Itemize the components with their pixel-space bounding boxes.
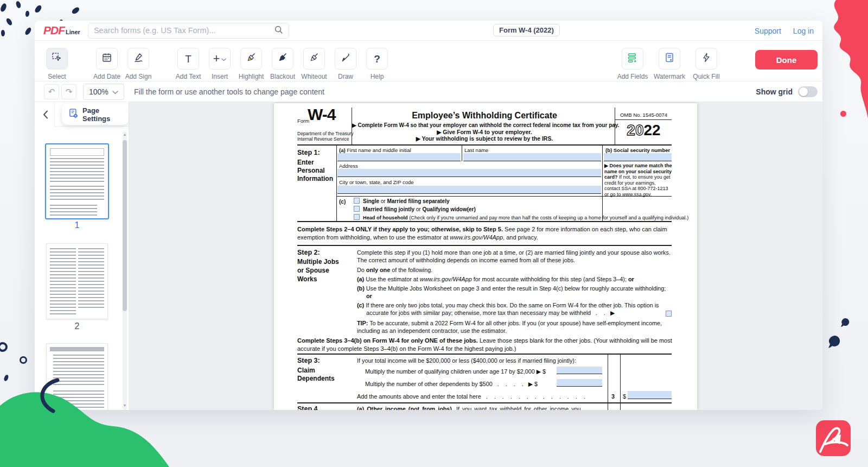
calendar-icon [101,52,112,65]
qualifying-children-field[interactable] [557,367,602,374]
highlight-label: Highlight [239,73,264,80]
year-bold: 22 [644,122,661,138]
filing-head-household-checkbox[interactable] [354,214,360,220]
add-fields-button[interactable] [622,48,643,70]
tool-insert[interactable]: + Insert [204,48,235,81]
tool-quick-fill[interactable]: Quick Fill [688,48,725,81]
deco-red-dot-right [840,111,846,117]
step2-line-1: Multiple Jobs [297,258,339,266]
tool-add-date[interactable]: Add Date [91,48,123,81]
select-button[interactable] [46,48,68,70]
ssn-field[interactable] [604,153,672,161]
tool-select[interactable]: Select [41,48,73,81]
draw-label: Draw [338,73,353,80]
watermark-document-icon [664,52,675,65]
other-dependents-field[interactable] [557,379,602,387]
highlight-button[interactable] [240,48,262,70]
step3-income-line: If your total income will be $200,000 or… [357,357,608,364]
step4-title: Step 4 [297,405,318,410]
text-icon: T [185,54,192,64]
undo-button[interactable]: ↶ [44,84,59,99]
last-name-field[interactable] [463,153,601,161]
whiteout-brush-icon [309,52,320,65]
add-date-button[interactable] [96,48,118,70]
tool-watermark[interactable]: Watermark [651,48,688,81]
two-jobs-checkbox[interactable] [666,311,672,317]
step3-line-1: Claim [297,367,315,374]
tool-highlight[interactable]: Highlight [235,48,267,81]
fields-list-icon [627,52,638,65]
step2-line-2: or Spouse [297,267,329,274]
insert-button[interactable]: + [209,48,231,70]
add-date-label: Add Date [93,73,120,80]
address-field[interactable] [337,169,601,177]
sidebar-scrollbar-thumb[interactable] [123,140,127,311]
step2-option-c: (c) If there are only two jobs total, yo… [357,301,671,317]
page-thumbnail-2[interactable] [46,243,108,319]
page-thumbnail-1[interactable] [45,143,109,219]
form-bullet-2: ▶ Give Form W-4 to your employer. [354,129,615,135]
search-input[interactable]: Search forms (e.g. US Tax Form)... [88,23,289,39]
tool-help[interactable]: ? Help [361,48,393,81]
first-name-label: (a) First name and middle initial [339,147,411,153]
login-link[interactable]: Log in [793,27,814,35]
toggle-knob [799,87,808,96]
tool-add-sign[interactable]: Add Sign [123,48,154,81]
pages-sidebar: Page Settings 1 2 ▲ [35,102,129,410]
whiteout-button[interactable] [303,48,325,70]
filing-single-checkbox[interactable] [354,198,360,204]
main-toolbar: Select Add Date Add Sign T Add Text [35,41,822,81]
form-year: 2022 [616,122,672,139]
add-sign-button[interactable] [127,48,149,70]
first-name-field[interactable] [337,153,461,161]
page-settings-label: Page Settings [82,106,122,123]
pdfliner-logo[interactable]: PDF Liner [43,24,80,37]
collapse-sidebar-button[interactable] [39,108,52,122]
signature-pen-icon [133,52,144,65]
tool-add-text[interactable]: T Add Text [173,48,204,81]
redo-button[interactable]: ↷ [61,84,76,99]
step3-children-line: Multiply the number of qualifying childr… [365,368,546,375]
step2-intro: Complete this step if you (1) hold more … [357,249,673,264]
step2-option-a: (a) Use the estimator at www.irs.gov/W4A… [357,275,673,283]
help-button[interactable]: ? [366,48,388,70]
filing-married-jointly-checkbox[interactable] [354,206,360,212]
support-link[interactable]: Support [755,27,781,35]
tool-whiteout[interactable]: Whiteout [298,48,330,81]
step3-total-field[interactable] [628,391,672,399]
logo-pdf-text: PDF [43,24,65,37]
watermark-button[interactable] [659,48,680,70]
app-window: PDF Liner Search forms (e.g. US Tax Form… [35,21,822,410]
pdfliner-badge-icon [816,420,851,456]
dept-line-2: Internal Revenue Service [297,137,349,142]
tool-blackout[interactable]: Blackout [267,48,298,81]
quick-fill-button[interactable] [695,48,717,70]
page-number-2[interactable]: 2 [45,321,109,331]
add-text-button[interactable]: T [177,48,199,70]
filing-option-1: Single or Married filing separately [363,198,450,205]
step2-title: Step 2: [297,249,320,256]
tool-draw[interactable]: Draw [330,48,361,81]
page-number-1[interactable]: 1 [45,220,109,230]
page-settings-button[interactable]: Page Settings [62,104,129,125]
draw-brush-icon-button[interactable] [335,48,356,70]
insert-label: Insert [212,73,228,80]
scroll-up-icon[interactable]: ▲ [123,132,127,136]
city-field[interactable] [337,186,601,194]
show-grid-toggle[interactable] [798,86,818,97]
content-area: Page Settings 1 2 ▲ [35,102,822,410]
zoom-select[interactable]: 100% [83,84,124,100]
step1-line-1: Enter [297,159,314,166]
deco-red-blob-topright [816,0,868,118]
step4a-line: (a) Other income (not from jobs). If you… [357,405,605,410]
show-grid-label: Show grid [756,87,793,96]
blackout-button[interactable] [272,48,293,70]
undo-icon: ↶ [48,87,55,97]
search-icon[interactable] [274,25,283,36]
step3-row-number: 3 [611,393,615,400]
done-button[interactable]: Done [755,50,818,70]
whiteout-label: Whiteout [301,73,327,80]
last-name-label: Last name [464,147,488,153]
address-label: Address [339,163,358,169]
tool-add-fields[interactable]: Add Fields [614,48,651,81]
